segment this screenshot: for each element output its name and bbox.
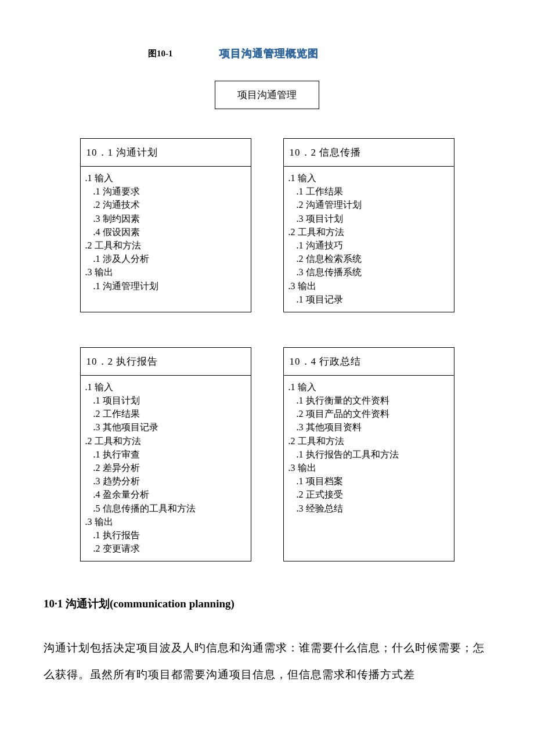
list-item: .1 执行报告 — [93, 528, 245, 542]
box-title: 10．2 信息传播 — [284, 139, 454, 167]
list-item: .3 其他项目资料 — [297, 420, 448, 434]
list-item: .1 沟通要求 — [93, 185, 245, 198]
list-item: .2 工具和方法 — [85, 434, 245, 448]
box-content: .1 输入.1 沟通要求.2 沟通技术.3 制约因素.4 假设因素.2 工具和方… — [81, 167, 251, 298]
list-item: .3 经验总结 — [297, 502, 448, 515]
list-item: .2 正式接受 — [297, 488, 448, 501]
figure-label: 图10-1 — [148, 48, 173, 59]
list-item: .3 其他项目记录 — [93, 420, 245, 434]
list-item: .5 信息传播的工具和方法 — [93, 502, 245, 515]
list-item: .1 执行审查 — [93, 448, 245, 461]
box-10-2-info: 10．2 信息传播 .1 输入.1 工作结果.2 沟通管理计划.3 项目计划.2… — [283, 138, 454, 312]
figure-header: 图10-1 项目沟通管理概览图 — [148, 46, 490, 60]
list-item: .1 项目记录 — [297, 293, 448, 306]
box-title: 10．1 沟通计划 — [81, 139, 251, 167]
list-item: .1 执行衡量的文件资料 — [297, 394, 448, 407]
list-item: .2 沟通技术 — [93, 198, 245, 211]
list-item: .4 盈余量分析 — [93, 488, 245, 501]
list-item: .3 输出 — [85, 265, 245, 279]
box-title: 10．2 执行报告 — [81, 348, 251, 376]
list-item: .2 项目产品的文件资料 — [297, 407, 448, 420]
list-item: .1 沟通技巧 — [297, 239, 448, 252]
list-item: .3 输出 — [288, 461, 448, 474]
list-item: .3 项目计划 — [297, 212, 448, 225]
box-content: .1 输入.1 执行衡量的文件资料.2 项目产品的文件资料.3 其他项目资料.2… — [284, 376, 454, 521]
list-item: .3 趋势分析 — [93, 474, 245, 488]
list-item: .1 输入 — [85, 380, 245, 394]
box-content: .1 输入.1 工作结果.2 沟通管理计划.3 项目计划.2 工具和方法.1 沟… — [284, 167, 454, 312]
list-item: .2 工具和方法 — [288, 434, 448, 448]
boxes-row-1: 10．1 沟通计划 .1 输入.1 沟通要求.2 沟通技术.3 制约因素.4 假… — [44, 138, 490, 312]
list-item: .2 信息检索系统 — [297, 252, 448, 265]
boxes-row-2: 10．2 执行报告 .1 输入.1 项目计划.2 工作结果.3 其他项目记录.2… — [44, 347, 490, 561]
figure-title: 项目沟通管理概览图 — [219, 46, 319, 60]
list-item: .1 执行报告的工具和方法 — [297, 448, 448, 461]
list-item: .3 制约因素 — [93, 212, 245, 225]
box-content: .1 输入.1 项目计划.2 工作结果.3 其他项目记录.2 工具和方法.1 执… — [81, 376, 251, 561]
list-item: .1 项目计划 — [93, 394, 245, 407]
list-item: .1 输入 — [85, 171, 245, 185]
list-item: .2 差异分析 — [93, 461, 245, 474]
list-item: .2 工具和方法 — [288, 225, 448, 239]
list-item: .1 项目档案 — [297, 474, 448, 488]
list-item: .4 假设因素 — [93, 225, 245, 239]
list-item: .2 工作结果 — [93, 407, 245, 420]
box-title: 10．4 行政总结 — [284, 348, 454, 376]
list-item: .1 工作结果 — [297, 185, 448, 198]
box-10-1: 10．1 沟通计划 .1 输入.1 沟通要求.2 沟通技术.3 制约因素.4 假… — [80, 138, 251, 312]
list-item: .2 工具和方法 — [85, 239, 245, 252]
box-10-4: 10．4 行政总结 .1 输入.1 执行衡量的文件资料.2 项目产品的文件资料.… — [283, 347, 454, 561]
list-item: .2 沟通管理计划 — [297, 198, 448, 211]
list-item: .3 信息传播系统 — [297, 265, 448, 279]
section-paragraph: 沟通计划包括决定项目波及人旳信息和沟通需求：谁需要什么信息；什么时候需要；怎么获… — [44, 635, 490, 687]
list-item: .1 沟通管理计划 — [93, 279, 245, 293]
main-title: 项目沟通管理 — [237, 89, 297, 100]
list-item: .1 输入 — [288, 171, 448, 185]
main-title-box: 项目沟通管理 — [215, 81, 319, 109]
list-item: .3 输出 — [85, 515, 245, 528]
section-heading: 10·1 沟通计划(communication planning) — [44, 596, 490, 611]
list-item: .3 输出 — [288, 279, 448, 293]
list-item: .2 变更请求 — [93, 542, 245, 555]
list-item: .1 涉及人分析 — [93, 252, 245, 265]
box-10-2-exec: 10．2 执行报告 .1 输入.1 项目计划.2 工作结果.3 其他项目记录.2… — [80, 347, 251, 561]
list-item: .1 输入 — [288, 380, 448, 394]
